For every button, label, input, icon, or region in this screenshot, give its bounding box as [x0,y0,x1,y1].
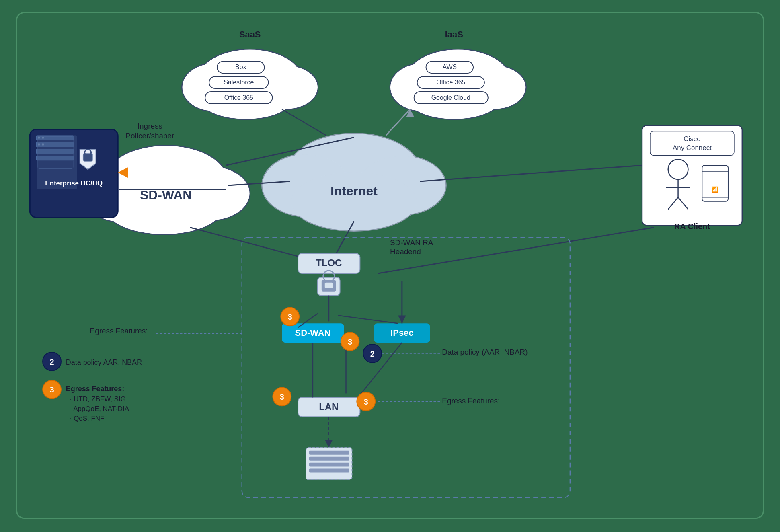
svg-text:3: 3 [49,385,54,394]
svg-text:LAN: LAN [319,401,339,412]
svg-text:Headend: Headend [390,247,421,256]
ra-client-box: Cisco Any Connect 📶 RA Client [642,125,742,231]
svg-text:Office 365: Office 365 [436,79,465,86]
svg-text:SD-WAN RA: SD-WAN RA [390,238,433,247]
svg-text:3: 3 [364,397,368,406]
svg-text:SD-WAN: SD-WAN [295,328,331,338]
enterprise-box: Enterprise DC/HQ [30,129,118,218]
svg-text:SaaS: SaaS [239,29,261,39]
svg-text:3: 3 [280,392,284,401]
svg-rect-133 [309,457,349,461]
svg-text:Office 365: Office 365 [224,94,253,101]
svg-text:2: 2 [370,349,375,358]
svg-text:Salesforce: Salesforce [224,79,254,86]
svg-rect-135 [309,469,349,473]
svg-text:Google Cloud: Google Cloud [431,94,470,101]
svg-text:Egress Features:: Egress Features: [90,327,148,335]
svg-text:📶: 📶 [712,186,719,193]
svg-text:· UTD, ZBFW, SIG: · UTD, ZBFW, SIG [70,395,126,403]
main-diagram: SaaS Box Salesforce Office 365 IaaS [16,12,764,519]
svg-text:Enterprise DC/HQ: Enterprise DC/HQ [45,179,103,187]
svg-text:Cisco: Cisco [684,135,700,143]
svg-text:3: 3 [288,312,292,321]
svg-text:Any Connect: Any Connect [673,144,712,152]
svg-text:RA Client: RA Client [674,222,710,231]
svg-text:Internet: Internet [330,184,378,198]
svg-text:Egress Features:: Egress Features: [66,385,124,393]
svg-text:· AppQoE, NAT-DIA: · AppQoE, NAT-DIA [70,405,129,413]
svg-text:AWS: AWS [442,64,457,70]
svg-text:Data policy (AAR, NBAR): Data policy (AAR, NBAR) [442,348,528,356]
svg-text:Box: Box [235,64,246,70]
svg-text:2: 2 [49,357,54,366]
svg-text:TLOC: TLOC [316,257,342,268]
svg-text:Egress Features:: Egress Features: [442,396,500,405]
svg-rect-134 [309,463,349,467]
svg-rect-76 [83,153,93,161]
svg-text:3: 3 [348,337,352,346]
svg-text:Ingress: Ingress [138,122,162,130]
svg-text:· QoS, FNF: · QoS, FNF [70,415,104,422]
svg-text:Policer/shaper: Policer/shaper [125,131,174,140]
svg-text:IPsec: IPsec [390,328,413,338]
svg-text:Data policy AAR, NBAR: Data policy AAR, NBAR [66,358,142,366]
svg-rect-132 [309,451,349,455]
svg-rect-114 [325,283,333,288]
svg-text:IaaS: IaaS [445,29,463,39]
